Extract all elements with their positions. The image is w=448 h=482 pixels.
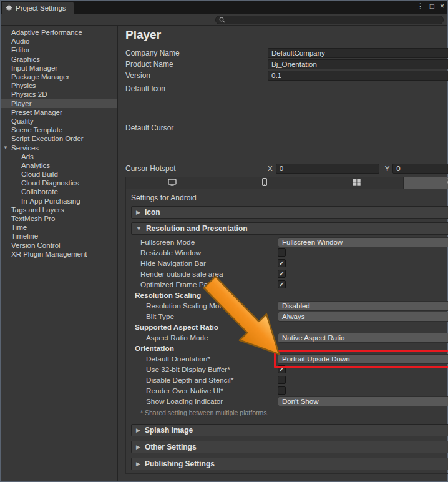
content-area: Adaptive PerformanceAudioEditorGraphicsI…	[1, 26, 447, 481]
sidebar-item-services[interactable]: ▼Services	[1, 143, 117, 152]
dropdown-resolution-scaling-mode[interactable]: Disabled	[278, 301, 448, 311]
dropdown-aspect-ratio-mode[interactable]: Native Aspect Ratio	[278, 333, 448, 343]
sidebar-item-xr-plugin-management[interactable]: XR Plugin Management	[1, 250, 117, 258]
foldout-triangle-icon: ▶	[136, 461, 140, 467]
version-input[interactable]	[268, 71, 448, 81]
search-input[interactable]	[228, 16, 440, 24]
default-icon-label: Default Icon	[125, 84, 268, 93]
section-header-resolution-and-presentation[interactable]: ▼ Resolution and Presentation	[131, 222, 448, 235]
foldout-triangle-icon[interactable]: ▼	[3, 145, 8, 150]
foldout-triangle-icon: ▶	[136, 427, 140, 433]
settings-row-resizable-window: Resizable Window	[131, 247, 448, 258]
dropdown-value: Always	[282, 313, 304, 320]
checkmark-icon: ✓	[279, 271, 284, 277]
sidebar-item-script-execution-order[interactable]: Script Execution Order	[1, 134, 117, 143]
checkbox-disable-depth-and-stencil[interactable]	[278, 376, 286, 384]
sidebar-item-label: Graphics	[11, 56, 40, 63]
checkbox-hide-navigation-bar[interactable]: ✓	[278, 259, 286, 267]
foldout-triangle-icon: ▶	[136, 209, 140, 215]
platform-tab-windows[interactable]	[311, 177, 404, 189]
sidebar-item-ads[interactable]: Ads	[1, 152, 117, 161]
settings-sidebar: Adaptive PerformanceAudioEditorGraphicsI…	[1, 26, 118, 481]
sidebar-item-cloud-build[interactable]: Cloud Build	[1, 170, 117, 179]
sidebar-item-tags-and-layers[interactable]: Tags and Layers	[1, 205, 117, 214]
search-icon	[219, 14, 225, 26]
sidebar-item-cloud-diagnostics[interactable]: Cloud Diagnostics	[1, 179, 117, 187]
tab-title: Project Settings	[16, 4, 66, 12]
sidebar-item-audio[interactable]: Audio	[1, 37, 117, 46]
sidebar-item-version-control[interactable]: Version Control	[1, 241, 117, 250]
checkbox-optimized-frame-pacing[interactable]: ✓	[278, 280, 286, 288]
section-header-icon[interactable]: ▶ Icon	[131, 206, 448, 219]
checkbox-render-outside-safe-area[interactable]: ✓	[278, 270, 286, 278]
sidebar-item-player[interactable]: Player	[1, 99, 117, 108]
setting-label: Blit Type	[131, 312, 278, 321]
window-close-icon[interactable]: ×	[440, 2, 444, 11]
sidebar-item-graphics[interactable]: Graphics	[1, 55, 117, 64]
search-field[interactable]	[215, 16, 444, 24]
product-name-input[interactable]	[268, 59, 448, 69]
hotspot-y-input[interactable]	[392, 164, 448, 174]
setting-label: Resolution Scaling Mode	[131, 302, 278, 310]
project-settings-tab[interactable]: Project Settings	[2, 2, 74, 14]
checkbox-resizable-window[interactable]	[278, 248, 286, 257]
sidebar-item-in-app-purchasing[interactable]: In-App Purchasing	[1, 197, 117, 205]
platform-tab-ios[interactable]	[218, 177, 311, 189]
sidebar-item-quality[interactable]: Quality	[1, 117, 117, 125]
sidebar-item-label: XR Plugin Management	[11, 250, 87, 258]
window-menu-icon[interactable]: ⋮	[417, 2, 424, 11]
sidebar-item-physics-2d[interactable]: Physics 2D	[1, 90, 117, 99]
setting-label: Resolution Scaling	[131, 291, 278, 300]
sidebar-item-adaptive-performance[interactable]: Adaptive Performance	[1, 28, 117, 37]
checkbox-use-32-bit-display-buffer[interactable]: ✓	[278, 365, 286, 373]
checkbox-render-over-native-ui[interactable]	[278, 386, 286, 395]
sidebar-item-label: Time	[11, 224, 27, 231]
section-title: Resolution and Presentation	[146, 224, 248, 233]
settings-row-show-loading-indicator: Show Loading IndicatorDon't Show	[131, 396, 448, 406]
sidebar-item-input-manager[interactable]: Input Manager	[1, 64, 117, 72]
hotspot-x-input[interactable]	[276, 164, 379, 174]
settings-row-optimized-frame-pacing: Optimized Frame Pacing✓	[131, 279, 448, 290]
sidebar-item-label: Cloud Diagnostics	[21, 179, 79, 187]
sidebar-item-physics[interactable]: Physics	[1, 81, 117, 90]
dropdown-show-loading-indicator[interactable]: Don't Show	[278, 396, 448, 406]
settings-row-default-orientation: Default Orientation*Portrait Upside Down	[131, 353, 448, 364]
sidebar-item-collaborate[interactable]: Collaborate	[1, 187, 117, 196]
platform-tab-standalone[interactable]	[126, 177, 218, 189]
sidebar-item-label: TextMesh Pro	[11, 215, 55, 222]
sidebar-item-label: Physics 2D	[11, 91, 47, 98]
hotspot-x-label: X	[268, 165, 273, 172]
checkmark-icon: ✓	[279, 366, 284, 373]
sidebar-item-label: Physics	[11, 82, 36, 89]
sidebar-item-analytics[interactable]: Analytics	[1, 161, 117, 170]
dropdown-value: Don't Show	[282, 398, 318, 405]
section-header-publishing-settings[interactable]: ▶Publishing Settings	[131, 458, 448, 470]
settings-row-resolution-scaling-mode: Resolution Scaling ModeDisabled	[131, 300, 448, 311]
setting-label: Default Orientation*	[131, 355, 278, 363]
sidebar-item-textmesh-pro[interactable]: TextMesh Pro	[1, 214, 117, 223]
platform-tab-android[interactable]	[404, 177, 448, 189]
company-name-label: Company Name	[125, 49, 268, 57]
settings-row-hide-navigation-bar: Hide Navigation Bar✓	[131, 258, 448, 268]
window-maximize-icon[interactable]: □	[430, 2, 434, 11]
sidebar-item-editor[interactable]: Editor	[1, 46, 117, 54]
sidebar-item-label: Scene Template	[11, 126, 62, 134]
section-header-other-settings[interactable]: ▶Other Settings	[131, 441, 448, 453]
settings-row-render-outside-safe-area: Render outside safe area✓	[131, 268, 448, 279]
sidebar-item-timeline[interactable]: Timeline	[1, 232, 117, 240]
sidebar-item-label: Tags and Layers	[11, 206, 64, 214]
settings-row-aspect-ratio-mode: Aspect Ratio ModeNative Aspect Ratio	[131, 332, 448, 343]
sidebar-item-preset-manager[interactable]: Preset Manager	[1, 108, 117, 117]
dropdown-fullscreen-mode[interactable]: Fullscreen Window	[278, 237, 448, 247]
section-header-splash-image[interactable]: ▶Splash Image	[131, 424, 448, 436]
sidebar-item-package-manager[interactable]: Package Manager	[1, 72, 117, 81]
dropdown-default-orientation[interactable]: Portrait Upside Down	[278, 354, 448, 364]
main-header: Player ?	[125, 27, 448, 42]
player-form: Company Name Product Name Version Defaul…	[125, 47, 448, 174]
sidebar-item-time[interactable]: Time	[1, 223, 117, 232]
setting-label: Fullscreen Mode	[131, 238, 278, 247]
sidebar-item-scene-template[interactable]: Scene Template	[1, 125, 117, 134]
dropdown-blit-type[interactable]: Always	[278, 312, 448, 322]
sidebar-item-label: Analytics	[21, 162, 50, 169]
company-name-input[interactable]	[268, 48, 448, 58]
